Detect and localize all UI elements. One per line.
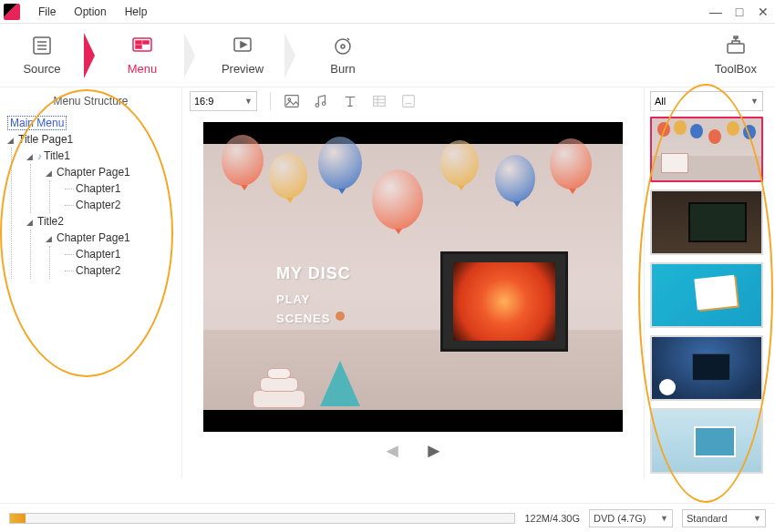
disc-type-select[interactable]: DVD (4.7G)▼ (589, 509, 673, 527)
play-link[interactable]: PLAY (276, 292, 351, 306)
tree-chapter-page1-b[interactable]: ◢Chapter Page1 (46, 230, 181, 246)
svg-point-18 (322, 102, 326, 106)
svg-rect-12 (728, 44, 744, 53)
toolbox-icon (724, 35, 748, 56)
balloon-decoration (372, 169, 423, 230)
tree-main-menu[interactable]: Main Menu (7, 115, 181, 131)
disc-title-text[interactable]: MY DISC (276, 264, 351, 283)
tree-title2[interactable]: ◢Title2 (26, 213, 181, 230)
template-thumbnail-3[interactable] (650, 262, 763, 328)
quality-select[interactable]: Standard▼ (682, 509, 766, 527)
step-menu[interactable]: Menu (100, 24, 184, 87)
step-burn-label: Burn (330, 62, 355, 76)
svg-point-10 (336, 39, 350, 54)
minimize-button[interactable]: — (708, 5, 724, 19)
tree-chapter2-a[interactable]: Chapter2 (65, 197, 181, 213)
prev-page-arrow[interactable]: ◄ (382, 439, 402, 463)
svg-rect-4 (133, 38, 151, 51)
step-burn[interactable]: Burn (301, 24, 385, 87)
maximize-button[interactable]: □ (731, 5, 748, 19)
app-logo (4, 4, 20, 20)
balloon-decoration (495, 155, 535, 202)
music-icon: ♪ (37, 151, 42, 161)
aspect-ratio-select[interactable]: 16:9▼ (190, 91, 257, 111)
step-source[interactable]: Source (0, 24, 84, 87)
svg-rect-22 (374, 97, 386, 107)
svg-point-11 (341, 45, 345, 48)
svg-rect-5 (136, 41, 141, 44)
preview-icon (231, 35, 254, 56)
status-bar: 122M/4.30G DVD (4.7G)▼ Standard▼ (0, 503, 775, 532)
step-preview[interactable]: Preview (201, 24, 284, 87)
tree-title-page1[interactable]: ◢Title Page1 (7, 131, 181, 148)
chapter-icon[interactable] (371, 93, 388, 109)
size-progress-bar (9, 513, 515, 524)
template-thumbnail-5[interactable] (650, 408, 763, 474)
video-thumbnail-frame[interactable] (440, 251, 568, 352)
template-filter-select[interactable]: All▼ (650, 91, 763, 111)
balloon-decoration (222, 135, 264, 186)
close-button[interactable]: ✕ (755, 5, 771, 19)
svg-point-16 (288, 98, 291, 101)
menu-option[interactable]: Option (65, 5, 115, 18)
toolbox-label: ToolBox (715, 62, 757, 76)
svg-rect-15 (285, 96, 298, 107)
menu-icon (130, 35, 154, 56)
menu-preview[interactable]: MY DISC PLAY SCENES (203, 122, 623, 432)
template-thumbnail-1[interactable] (650, 117, 763, 182)
background-music-icon[interactable] (313, 93, 329, 109)
step-preview-label: Preview (222, 62, 264, 76)
svg-rect-6 (143, 41, 149, 44)
burn-icon (331, 35, 355, 56)
title-bar: File Option Help — □ ✕ (0, 0, 775, 24)
background-image-icon[interactable] (284, 93, 300, 109)
toolbox-button[interactable]: ToolBox (715, 35, 757, 76)
source-icon (30, 35, 54, 56)
size-label: 122M/4.30G (524, 513, 580, 524)
cake-decoration (249, 359, 309, 408)
next-page-arrow[interactable]: ► (424, 439, 444, 463)
svg-point-17 (315, 104, 319, 107)
tree-header: Menu Structure (0, 87, 181, 115)
svg-marker-9 (241, 42, 246, 47)
menu-structure-panel: Menu Structure Main Menu ◢Title Page1 ◢♪… (0, 87, 182, 479)
tree-chapter-page1-a[interactable]: ◢Chapter Page1 (46, 164, 181, 180)
balloon-decoration (318, 137, 362, 189)
tree-chapter1-b[interactable]: Chapter1 (65, 246, 181, 262)
workflow-steps: Source Menu Preview Burn ToolBox (0, 24, 775, 87)
tree-chapter1-a[interactable]: Chapter1 (65, 180, 181, 197)
party-hat-decoration (320, 361, 360, 406)
template-panel: All▼ (644, 87, 775, 479)
tree-chapter2-b[interactable]: Chapter2 (65, 262, 181, 279)
balloon-decoration (550, 138, 592, 189)
balloon-decoration (440, 140, 479, 186)
step-menu-label: Menu (128, 62, 158, 76)
svg-rect-26 (403, 96, 415, 107)
template-thumbnail-2[interactable] (650, 189, 763, 255)
subtitle-icon[interactable] (400, 93, 417, 109)
balloon-decoration (269, 153, 307, 199)
svg-rect-7 (136, 46, 141, 48)
tree-title1[interactable]: ◢♪Title1 (26, 148, 181, 164)
template-thumbnail-4[interactable] (650, 335, 763, 401)
text-icon[interactable] (342, 93, 358, 109)
step-source-label: Source (23, 62, 60, 76)
preview-toolbar: 16:9▼ (182, 87, 644, 115)
menu-file[interactable]: File (29, 5, 65, 18)
menu-help[interactable]: Help (116, 5, 157, 18)
